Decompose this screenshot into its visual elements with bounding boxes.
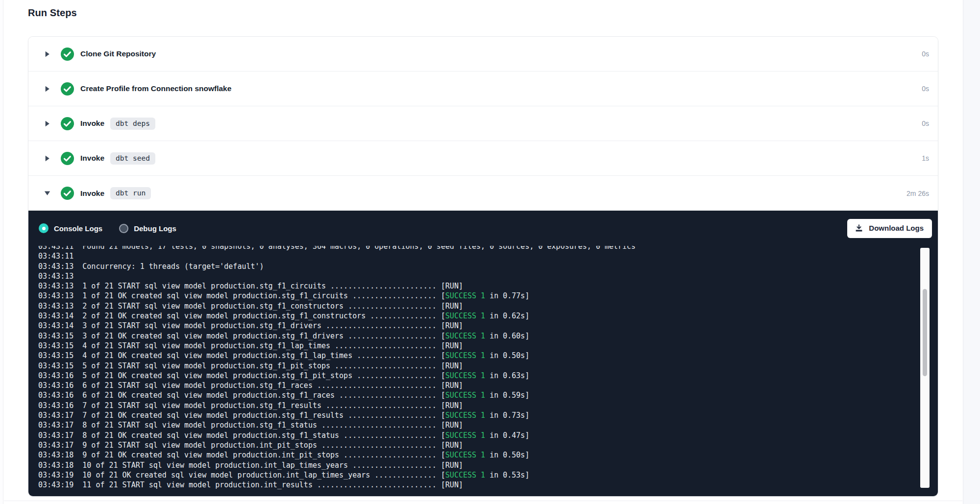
step-command-chip: dbt run (110, 187, 151, 199)
success-check-icon (61, 48, 74, 61)
log-line: 03:43:17 7 of 21 OK created sql view mod… (38, 410, 938, 420)
step-duration: 0s (922, 120, 929, 127)
log-line: 03:43:15 3 of 21 OK created sql view mod… (38, 331, 938, 341)
run-steps-card: Clone Git Repository 0s Create Profile f… (28, 36, 938, 497)
expand-caret-icon[interactable] (44, 85, 50, 92)
success-check-icon (61, 117, 74, 130)
step-duration: 1s (922, 154, 929, 162)
log-scrollbar-track[interactable] (920, 248, 930, 488)
log-type-radio-group: Console Logs Debug Logs (39, 223, 176, 233)
step-label: Invoke (80, 119, 104, 128)
radio-dot-icon[interactable] (119, 224, 128, 233)
log-line: 03:43:13 1 of 21 OK created sql view mod… (38, 291, 938, 301)
section-divider (4, 501, 962, 501)
log-line: 03:43:11 Found 21 models, 17 tests, 0 sn… (38, 246, 938, 251)
log-line: 03:43:15 4 of 21 START sql view model pr… (38, 341, 938, 351)
run-step-row[interactable]: Create Profile from Connection snowflake… (28, 72, 938, 106)
log-line: 03:43:19 10 of 21 OK created sql view mo… (38, 470, 938, 480)
console-log-output: 03:43:11 Found 21 models, 17 tests, 0 sn… (38, 246, 938, 490)
step-command-chip: dbt deps (110, 118, 155, 130)
page-title: Run Steps (28, 7, 938, 19)
run-detail-content: Run Steps Clone Git Repository 0s Creat (28, 0, 938, 497)
step-label: Invoke (80, 189, 104, 198)
log-line: 03:43:18 9 of 21 OK created sql view mod… (38, 450, 938, 460)
step-label: Clone Git Repository (80, 49, 156, 58)
expand-caret-icon[interactable] (44, 120, 50, 127)
step-label: Create Profile from Connection snowflake (80, 84, 231, 93)
step-label: Invoke (80, 154, 104, 163)
log-tab-label: Debug Logs (134, 224, 176, 233)
log-line: 03:43:18 10 of 21 START sql view model p… (38, 460, 938, 470)
log-line: 03:43:16 5 of 21 OK created sql view mod… (38, 371, 938, 381)
side-panel-edge (963, 0, 980, 504)
success-check-icon (61, 187, 74, 200)
log-line: 03:43:15 4 of 21 OK created sql view mod… (38, 351, 938, 360)
log-tab-radio[interactable]: Console Logs (39, 223, 102, 233)
success-check-icon (61, 152, 74, 165)
log-tab-label: Console Logs (54, 224, 102, 233)
log-line: 03:43:13 Concurrency: 1 threads (target=… (38, 262, 938, 271)
log-scrollbar-thumb[interactable] (923, 289, 927, 376)
step-duration: 0s (922, 85, 929, 93)
download-icon (855, 224, 863, 233)
log-line: 03:43:13 (38, 271, 938, 281)
radio-dot-icon[interactable] (39, 223, 49, 233)
log-line: 03:43:14 2 of 21 OK created sql view mod… (38, 311, 938, 321)
step-duration: 2m 26s (906, 190, 929, 197)
console-header: Console Logs Debug Logs Download Logs (28, 211, 938, 246)
download-logs-button[interactable]: Download Logs (847, 219, 932, 238)
expand-caret-icon[interactable] (44, 190, 50, 197)
log-line: 03:43:19 11 of 21 START sql view model p… (38, 480, 938, 490)
log-line: 03:43:14 3 of 21 START sql view model pr… (38, 321, 938, 331)
run-step-row[interactable]: Clone Git Repository 0s (28, 37, 938, 72)
log-line: 03:43:17 8 of 21 START sql view model pr… (38, 420, 938, 430)
step-command-chip: dbt seed (110, 152, 155, 165)
log-line: 03:43:17 8 of 21 OK created sql view mod… (38, 431, 938, 440)
run-step-row[interactable]: Invoke dbt run 2m 26s (28, 176, 938, 211)
log-line: 03:43:13 1 of 21 START sql view model pr… (38, 281, 938, 291)
success-check-icon (61, 82, 74, 96)
page-left-gutter (0, 0, 3, 504)
run-step-row[interactable]: Invoke dbt seed 1s (28, 141, 938, 176)
log-line: 03:43:16 6 of 21 START sql view model pr… (38, 381, 938, 390)
run-steps-list: Clone Git Repository 0s Create Profile f… (28, 37, 938, 211)
expand-caret-icon[interactable] (44, 50, 50, 57)
log-line: 03:43:11 (38, 251, 938, 261)
run-step-row[interactable]: Invoke dbt deps 0s (28, 106, 938, 141)
console-log-viewport[interactable]: 03:43:11 Found 21 models, 17 tests, 0 sn… (28, 246, 938, 492)
log-line: 03:43:13 2 of 21 START sql view model pr… (38, 301, 938, 311)
console-panel: Console Logs Debug Logs Download Logs 03… (28, 211, 938, 496)
log-line: 03:43:16 7 of 21 START sql view model pr… (38, 401, 938, 410)
log-tab-radio[interactable]: Debug Logs (119, 224, 176, 233)
expand-caret-icon[interactable] (44, 155, 50, 162)
download-logs-label: Download Logs (869, 224, 924, 232)
log-line: 03:43:15 5 of 21 START sql view model pr… (38, 361, 938, 371)
log-line: 03:43:16 6 of 21 OK created sql view mod… (38, 390, 938, 400)
step-duration: 0s (922, 50, 929, 58)
log-line: 03:43:17 9 of 21 START sql view model pr… (38, 440, 938, 450)
